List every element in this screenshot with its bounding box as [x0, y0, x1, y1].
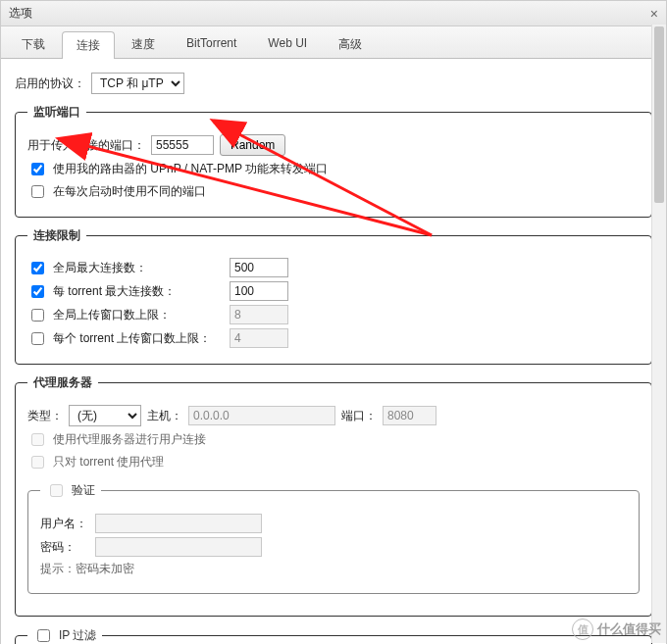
protocol-select[interactable]: TCP 和 μTP — [91, 73, 184, 94]
random-port-button[interactable]: Random — [220, 134, 285, 156]
proxy-peer-label: 使用代理服务器进行用户连接 — [53, 431, 206, 448]
titlebar: 选项 × — [1, 1, 666, 26]
limits-legend: 连接限制 — [27, 227, 86, 244]
proxy-auth-toggle: 验证 — [46, 481, 95, 500]
per-torrent-max-checkbox[interactable] — [31, 285, 44, 298]
global-upload-row[interactable]: 全局上传窗口数上限： — [27, 306, 224, 324]
proxy-auth-legend: 验证 — [40, 481, 101, 500]
tab-webui[interactable]: Web UI — [253, 30, 322, 58]
per-torrent-max-row[interactable]: 每 torrent 最大连接数： — [27, 282, 224, 301]
ipfilter-checkbox[interactable] — [37, 629, 50, 642]
proxy-port-input — [383, 406, 436, 425]
proxy-auth-checkbox — [50, 484, 63, 497]
random-on-start-checkbox[interactable] — [31, 185, 44, 198]
proxy-pass-input — [95, 537, 262, 557]
ipfilter-group: IP 过滤 过滤规则路径 (.dat, .p2p, .p2b)： 匹配 trac… — [15, 626, 652, 644]
global-upload-input — [230, 305, 288, 324]
proxy-type-label: 类型： — [27, 408, 63, 424]
global-max-checkbox[interactable] — [31, 262, 44, 274]
proxy-user-input — [95, 514, 262, 533]
scrollbar-thumb[interactable] — [654, 26, 664, 203]
proxy-peer-checkbox — [31, 433, 44, 446]
proxy-type-select[interactable]: (无) — [69, 405, 141, 426]
connection-limits-group: 连接限制 全局最大连接数： 每 torrent 最大连接数： 全局上传窗口数上 — [15, 227, 652, 365]
global-max-label: 全局最大连接数： — [53, 260, 147, 276]
proxy-pass-label: 密码： — [40, 539, 89, 556]
global-max-input[interactable] — [230, 258, 288, 277]
upnp-checkbox-row[interactable]: 使用我的路由器的 UPnP / NAT-PMP 功能来转发端口 — [27, 160, 328, 178]
proxy-group: 代理服务器 类型： (无) 主机： 端口： 使用代理服务器进行用户连接 — [15, 374, 652, 617]
tab-speed[interactable]: 速度 — [117, 30, 170, 58]
per-torrent-upload-row[interactable]: 每个 torrent 上传窗口数上限： — [27, 329, 224, 348]
per-torrent-upload-input — [230, 328, 288, 348]
global-upload-label: 全局上传窗口数上限： — [53, 307, 171, 323]
protocol-row: 启用的协议： TCP 和 μTP — [15, 73, 652, 94]
tab-bar: 下载 连接 速度 BitTorrent Web UI 高级 — [1, 26, 666, 59]
per-torrent-max-input[interactable] — [230, 281, 288, 301]
port-label: 用于传入连接的端口： — [27, 137, 145, 154]
random-on-start-label: 在每次启动时使用不同的端口 — [53, 183, 206, 200]
tab-advanced[interactable]: 高级 — [324, 30, 377, 58]
tab-connection[interactable]: 连接 — [62, 31, 115, 59]
ipfilter-toggle[interactable]: IP 过滤 — [33, 626, 96, 644]
proxy-torrent-only-row: 只对 torrent 使用代理 — [27, 453, 164, 471]
dialog-title: 选项 — [9, 5, 32, 22]
per-torrent-upload-checkbox[interactable] — [31, 332, 44, 345]
close-icon[interactable]: × — [650, 6, 658, 22]
proxy-host-input — [188, 406, 335, 425]
tab-bittorrent[interactable]: BitTorrent — [172, 30, 251, 58]
proxy-auth-hint: 提示：密码未加密 — [40, 561, 627, 577]
port-input[interactable] — [151, 135, 214, 155]
protocol-label: 启用的协议： — [15, 75, 85, 92]
per-torrent-max-label: 每 torrent 最大连接数： — [53, 283, 176, 300]
proxy-torrent-only-label: 只对 torrent 使用代理 — [53, 454, 164, 471]
global-max-row[interactable]: 全局最大连接数： — [27, 259, 224, 277]
proxy-legend: 代理服务器 — [27, 374, 98, 391]
dialog-body: 启用的协议： TCP 和 μTP 监听端口 用于传入连接的端口： Random … — [1, 59, 666, 644]
proxy-host-label: 主机： — [147, 408, 182, 424]
global-upload-checkbox[interactable] — [31, 309, 44, 322]
ipfilter-legend: IP 过滤 — [27, 626, 102, 644]
proxy-auth-group: 验证 用户名： 密码： 提示：密码未加密 — [27, 481, 640, 594]
listening-port-group: 监听端口 用于传入连接的端口： Random 使用我的路由器的 UPnP / N… — [15, 104, 652, 218]
tab-download[interactable]: 下载 — [7, 30, 60, 58]
upnp-checkbox[interactable] — [31, 163, 44, 175]
proxy-user-label: 用户名： — [40, 516, 89, 532]
options-dialog: 选项 × 下载 连接 速度 BitTorrent Web UI 高级 启用的协议… — [0, 0, 667, 644]
listening-legend: 监听端口 — [27, 104, 86, 121]
upnp-label: 使用我的路由器的 UPnP / NAT-PMP 功能来转发端口 — [53, 161, 328, 177]
proxy-port-label: 端口： — [341, 408, 377, 424]
vertical-scrollbar[interactable] — [651, 25, 666, 643]
random-on-start-row[interactable]: 在每次启动时使用不同的端口 — [27, 182, 206, 201]
proxy-peer-row: 使用代理服务器进行用户连接 — [27, 430, 206, 449]
per-torrent-upload-label: 每个 torrent 上传窗口数上限： — [53, 330, 211, 347]
proxy-torrent-only-checkbox — [31, 456, 44, 469]
